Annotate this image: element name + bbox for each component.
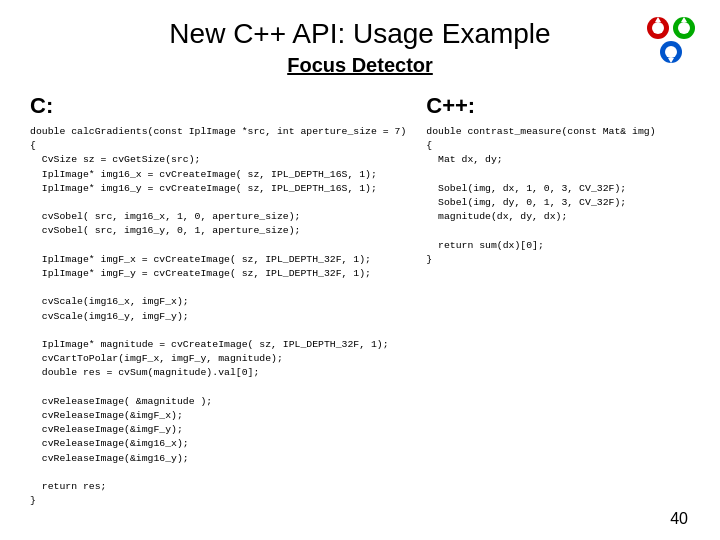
opencv-logo [642, 14, 700, 72]
left-column-code: double calcGradients(const IplImage *src… [30, 125, 406, 508]
right-column-header: C++: [426, 93, 690, 119]
content-area: C: double calcGradients(const IplImage *… [30, 93, 690, 508]
right-column-code: double contrast_measure(const Mat& img) … [426, 125, 690, 267]
main-title: New C++ API: Usage Example [30, 0, 690, 50]
page-number: 40 [670, 510, 688, 528]
svg-point-3 [652, 22, 664, 34]
svg-point-4 [678, 22, 690, 34]
left-column-header: C: [30, 93, 406, 119]
slide-page: New C++ API: Usage Example Focus Detecto… [0, 0, 720, 540]
left-column: C: double calcGradients(const IplImage *… [30, 93, 406, 508]
right-column: C++: double contrast_measure(const Mat& … [426, 93, 690, 508]
subtitle: Focus Detector [30, 54, 690, 77]
svg-point-5 [665, 46, 677, 58]
